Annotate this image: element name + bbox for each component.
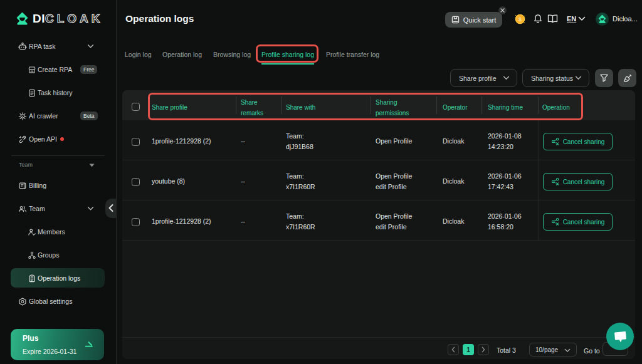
- svg-text:$: $: [518, 16, 522, 23]
